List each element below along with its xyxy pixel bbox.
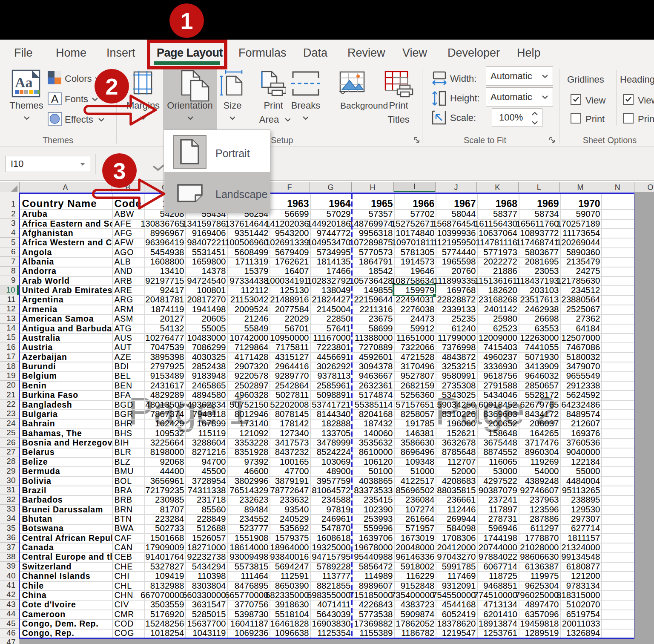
svg-text:A: A (51, 92, 59, 105)
svg-text:Aa: Aa (15, 75, 33, 90)
